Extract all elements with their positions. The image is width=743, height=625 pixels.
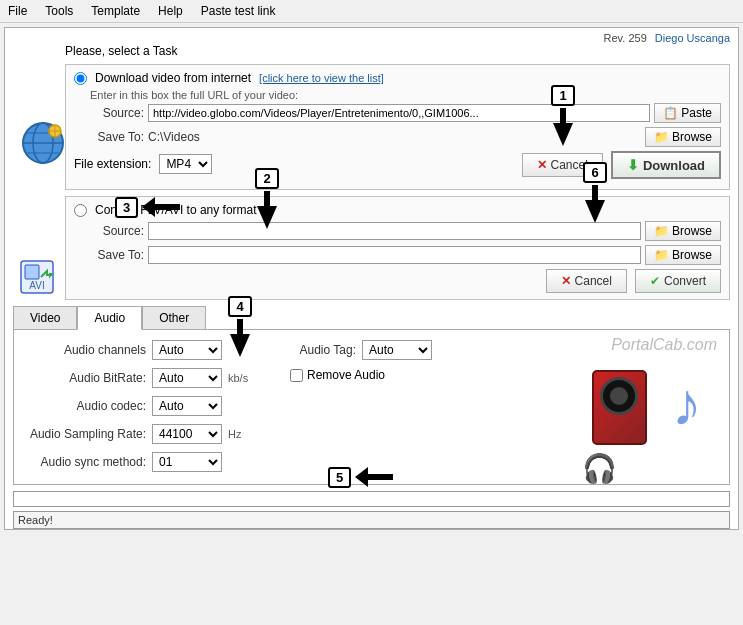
source-row: Source: 📋 Paste	[74, 103, 721, 123]
status-bar: Ready!	[13, 511, 730, 529]
menubar: File Tools Template Help Paste test link	[0, 0, 743, 23]
globe-icon	[19, 119, 67, 167]
tab-other[interactable]: Other	[142, 306, 206, 330]
sampling-unit: Hz	[228, 428, 241, 440]
convert-action-row: ✕ Cancel ✔ Convert	[74, 269, 721, 293]
view-list-link[interactable]: [click here to view the list]	[259, 72, 384, 84]
tabs-body: PortalCab.com ♪ 🎧	[13, 329, 730, 485]
audio-tag-row: Audio Tag: Auto	[286, 340, 432, 360]
cancel-x-icon: ✕	[537, 158, 547, 172]
paste-icon: 📋	[663, 106, 678, 120]
svg-text:AVI: AVI	[29, 280, 44, 291]
audio-codec-row: Audio codec: Auto	[26, 396, 386, 416]
convert-icon: AVI	[19, 259, 55, 295]
convert-source-browse[interactable]: 📁 Browse	[645, 221, 721, 241]
channels-select[interactable]: Auto	[152, 340, 222, 360]
ext-select[interactable]: MP4 AVI MKV FLV MP3	[159, 154, 212, 174]
remove-audio-label: Remove Audio	[307, 368, 385, 382]
convert-saveto-browse[interactable]: 📁 Browse	[645, 245, 721, 265]
download-button[interactable]: ⬇ Download	[611, 151, 721, 179]
ext-left: File extension: MP4 AVI MKV FLV MP3	[74, 154, 212, 174]
save-to-row: Save To: C:\Videos 📁 Browse	[74, 127, 721, 147]
bitrate-select[interactable]: Auto	[152, 368, 222, 388]
convert-radio-row: Convert FLV/AVI to any format	[74, 203, 721, 217]
convert-source-row: Source: 📁 Browse	[74, 221, 721, 241]
sampling-label: Audio Sampling Rate:	[26, 427, 146, 441]
ext-action-row: File extension: MP4 AVI MKV FLV MP3 ✕ Ca…	[74, 151, 721, 179]
convert-radio[interactable]	[74, 204, 87, 217]
download-radio-label: Download video from internet	[95, 71, 251, 85]
url-hint: Enter in this box the full URL of your v…	[90, 89, 721, 101]
audio-sampling-row: Audio Sampling Rate: 44100 22050 48000 H…	[26, 424, 386, 444]
tag-label: Audio Tag:	[286, 343, 356, 357]
menu-tools[interactable]: Tools	[41, 2, 77, 20]
tabs-area: Video Audio Other PortalCab.com ♪	[13, 306, 730, 485]
browse-icon-1: 📁	[654, 224, 669, 238]
save-path-display: C:\Videos	[148, 130, 641, 144]
convert-check-icon: ✔	[650, 274, 660, 288]
convert-source-input[interactable]	[148, 222, 641, 240]
top-info: Rev. 259 Diego Uscanga	[5, 28, 738, 44]
tab-video[interactable]: Video	[13, 306, 77, 330]
tag-select[interactable]: Auto	[362, 340, 432, 360]
task-label: Please, select a Task	[5, 44, 738, 58]
menu-paste-test-link[interactable]: Paste test link	[197, 2, 280, 20]
menu-file[interactable]: File	[4, 2, 31, 20]
paste-button[interactable]: 📋 Paste	[654, 103, 721, 123]
tabs-header: Video Audio Other	[13, 306, 730, 330]
menu-help[interactable]: Help	[154, 2, 187, 20]
channels-label: Audio channels	[26, 343, 146, 357]
convert-saveto-row: Save To: 📁 Browse	[74, 245, 721, 265]
audio-right-top: Audio Tag: Auto Remove Audio	[286, 340, 432, 382]
convert-saveto-input[interactable]	[148, 246, 641, 264]
save-browse-button[interactable]: 📁 Browse	[645, 127, 721, 147]
cancel-download-button[interactable]: ✕ Cancel	[522, 153, 603, 177]
audio-sync-row: Audio sync method: 01 02 03	[26, 452, 386, 472]
browse-icon-save: 📁	[654, 130, 669, 144]
tab-audio[interactable]: Audio	[77, 306, 142, 330]
username-link[interactable]: Diego Uscanga	[655, 32, 730, 44]
convert-source-label: Source:	[74, 224, 144, 238]
svg-rect-9	[25, 265, 39, 279]
download-radio[interactable]	[74, 72, 87, 85]
remove-audio-row: Remove Audio	[290, 368, 432, 382]
bitrate-label: Audio BitRate:	[26, 371, 146, 385]
browse-icon-2: 📁	[654, 248, 669, 262]
audio-settings: ♪ 🎧 Audio channels Auto A	[26, 340, 717, 472]
cancel-x-icon-2: ✕	[561, 274, 571, 288]
codec-label: Audio codec:	[26, 399, 146, 413]
sync-label: Audio sync method:	[26, 455, 146, 469]
convert-saveto-label: Save To:	[74, 248, 144, 262]
convert-radio-label: Convert FLV/AVI to any format	[95, 203, 257, 217]
main-window: Rev. 259 Diego Uscanga Please, select a …	[4, 27, 739, 530]
bitrate-unit: kb/s	[228, 372, 248, 384]
url-input[interactable]	[148, 104, 650, 122]
audio-decoration: ♪ 🎧	[567, 340, 707, 500]
action-buttons: ✕ Cancel ⬇ Download	[522, 151, 721, 179]
save-to-label: Save To:	[74, 130, 144, 144]
sync-select[interactable]: 01 02 03	[152, 452, 222, 472]
file-ext-label: File extension:	[74, 157, 151, 171]
convert-section: Convert FLV/AVI to any format Source: 📁 …	[65, 196, 730, 300]
revision-label: Rev. 259	[604, 32, 647, 44]
codec-select[interactable]: Auto	[152, 396, 222, 416]
status-text: Ready!	[18, 514, 53, 526]
convert-button[interactable]: ✔ Convert	[635, 269, 721, 293]
source-label: Source:	[74, 106, 144, 120]
menu-template[interactable]: Template	[87, 2, 144, 20]
sampling-select[interactable]: 44100 22050 48000	[152, 424, 222, 444]
download-radio-row: Download video from internet [click here…	[74, 71, 721, 85]
remove-audio-checkbox[interactable]	[290, 369, 303, 382]
download-section: Download video from internet [click here…	[65, 64, 730, 190]
download-arrow-icon: ⬇	[627, 157, 639, 173]
cancel-convert-button[interactable]: ✕ Cancel	[546, 269, 627, 293]
